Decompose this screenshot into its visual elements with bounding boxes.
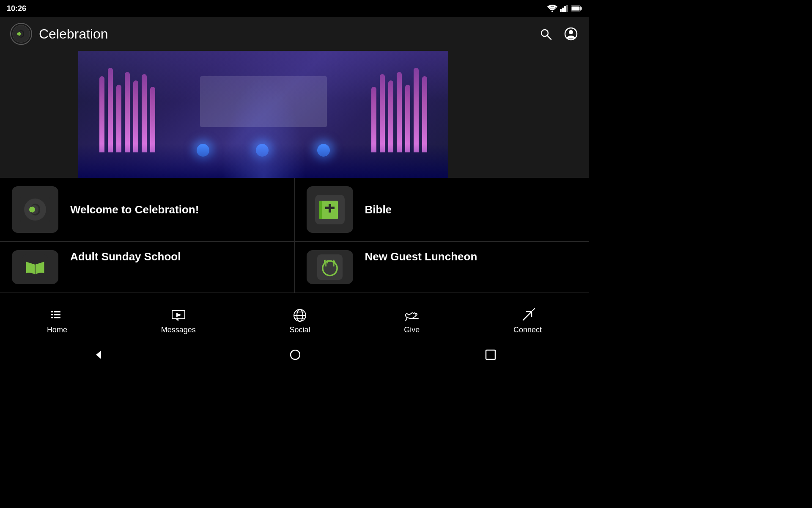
svg-rect-7	[572, 7, 580, 11]
android-home-button[interactable]	[290, 350, 300, 360]
nav-item-social[interactable]: Social	[283, 304, 317, 338]
svg-point-17	[29, 207, 35, 213]
guest-luncheon-icon-box	[307, 250, 353, 284]
list-item-sunday-school[interactable]: Adult Sunday School	[0, 242, 295, 293]
celebration-cell-icon	[20, 195, 50, 224]
svg-point-50	[291, 350, 300, 359]
grid-row-1: Welcome to Celebration! Bible	[0, 178, 589, 242]
svg-point-0	[551, 11, 553, 12]
account-button[interactable]	[563, 26, 579, 41]
nav-item-connect[interactable]: Connect	[507, 304, 549, 338]
svg-line-48	[532, 308, 535, 311]
list-item-bible[interactable]: Bible	[295, 178, 589, 241]
list-item-welcome[interactable]: Welcome to Celebration!	[0, 178, 295, 241]
grid-row-2: Adult Sunday School New Gu	[0, 242, 589, 293]
welcome-label: Welcome to Celebration!	[70, 203, 199, 216]
svg-marker-49	[96, 351, 101, 359]
svg-rect-2	[562, 8, 564, 12]
svg-rect-51	[486, 350, 495, 359]
give-icon	[405, 309, 419, 322]
app-logo[interactable]	[10, 23, 32, 45]
svg-rect-36	[54, 314, 60, 315]
social-icon	[293, 308, 307, 323]
svg-line-12	[547, 36, 551, 39]
svg-rect-37	[51, 317, 53, 318]
bible-cell-icon	[315, 195, 345, 224]
svg-rect-38	[54, 317, 60, 318]
back-icon	[93, 348, 105, 361]
celebration-logo-icon	[12, 25, 30, 43]
svg-point-27	[323, 262, 336, 275]
nav-item-messages[interactable]: Messages	[154, 304, 203, 338]
svg-rect-22	[325, 207, 335, 209]
home-nav-label: Home	[47, 326, 67, 334]
svg-rect-33	[51, 311, 53, 312]
hero-right-dark	[448, 51, 589, 178]
connect-icon	[521, 308, 535, 323]
svg-line-47	[523, 312, 532, 320]
app-header: Celebration	[0, 17, 589, 51]
sunday-school-label: Adult Sunday School	[70, 250, 181, 263]
stage-lights	[78, 51, 448, 178]
give-nav-icon	[404, 308, 420, 323]
recents-icon	[485, 349, 496, 360]
svg-rect-35	[51, 314, 53, 315]
signal-icon	[560, 5, 568, 12]
android-back-button[interactable]	[93, 348, 105, 361]
social-nav-label: Social	[289, 326, 310, 334]
give-nav-label: Give	[404, 326, 420, 334]
home-icon	[50, 309, 64, 322]
sunday-school-icon-box	[12, 250, 58, 284]
android-nav	[0, 342, 589, 367]
messages-nav-label: Messages	[161, 326, 196, 334]
battery-icon	[571, 6, 582, 11]
nav-item-give[interactable]: Give	[397, 304, 426, 338]
svg-rect-4	[566, 5, 568, 12]
bible-label: Bible	[365, 203, 392, 216]
bottom-nav: Home Messages Social	[0, 300, 589, 342]
connect-nav-icon	[520, 308, 535, 323]
android-recents-button[interactable]	[485, 349, 496, 360]
header-left: Celebration	[10, 23, 108, 45]
account-icon	[564, 27, 578, 41]
app-title: Celebration	[39, 26, 108, 42]
status-bar: 10:26	[0, 0, 589, 17]
nav-item-home[interactable]: Home	[40, 304, 74, 338]
hero-left-dark	[0, 51, 78, 178]
messages-nav-icon	[171, 308, 186, 323]
wifi-icon	[547, 5, 557, 12]
status-icons	[547, 5, 582, 12]
svg-rect-6	[581, 7, 582, 10]
svg-point-9	[13, 25, 30, 43]
list-item-guest-luncheon[interactable]: New Guest Luncheon	[295, 242, 589, 293]
home-nav-icon	[49, 308, 65, 323]
plate-cell-icon	[315, 254, 345, 280]
home-circle-icon	[290, 350, 300, 360]
hero-image	[78, 51, 448, 178]
welcome-icon-box	[12, 186, 58, 233]
svg-rect-20	[319, 201, 322, 219]
search-icon	[539, 28, 552, 40]
status-time: 10:26	[7, 4, 26, 13]
svg-point-14	[569, 30, 573, 34]
messages-icon	[171, 309, 186, 321]
svg-rect-1	[560, 9, 562, 12]
svg-rect-34	[54, 311, 60, 312]
svg-rect-3	[564, 6, 566, 12]
svg-point-10	[17, 32, 21, 36]
search-button[interactable]	[538, 26, 553, 41]
svg-rect-32	[51, 313, 63, 314]
open-book-cell-icon	[20, 254, 50, 280]
guest-luncheon-label: New Guest Luncheon	[365, 250, 477, 263]
social-nav-icon	[292, 308, 307, 323]
connect-nav-label: Connect	[513, 326, 542, 334]
header-right	[538, 26, 579, 41]
hero-section	[0, 51, 589, 178]
bible-icon-box	[307, 186, 353, 233]
svg-marker-41	[176, 313, 181, 317]
